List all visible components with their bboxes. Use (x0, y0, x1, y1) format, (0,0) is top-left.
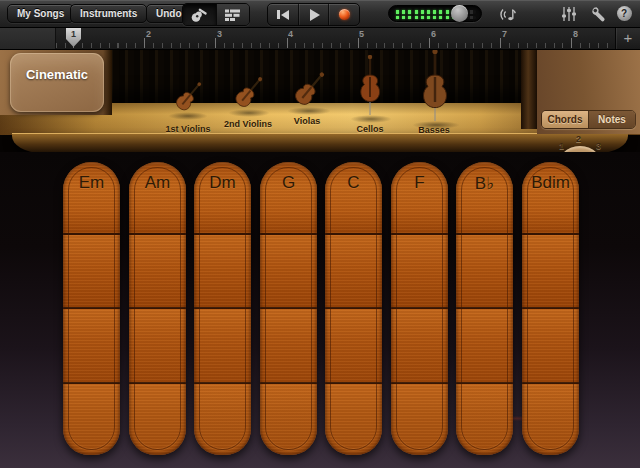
chord-strip-dm[interactable]: Dm (194, 162, 251, 455)
ruler-major-ticks (55, 38, 615, 48)
chord-strip-segment[interactable] (456, 233, 513, 307)
tracks-icon (224, 8, 242, 22)
timeline-ruler[interactable]: 1 2 3 4 5 6 7 8 + (0, 27, 640, 50)
notes-toggle-button[interactable]: Notes (588, 111, 635, 128)
chord-strip-bdim[interactable]: Bdim (522, 162, 579, 455)
mixer-icon (560, 5, 578, 23)
double-bass-icon (413, 49, 457, 129)
chord-strip-segment[interactable] (522, 382, 579, 455)
chord-strip-segment[interactable] (129, 233, 186, 307)
guitar-icon (189, 7, 209, 23)
instrument-name-card[interactable]: Cinematic (10, 53, 104, 112)
autoplay-position-2: 2 (576, 134, 581, 144)
chord-label: F (391, 173, 448, 193)
chord-label: C (325, 173, 382, 193)
garageband-smart-strings-screen: My Songs Instruments Undo (0, 0, 640, 468)
go-to-beginning-button[interactable] (268, 4, 298, 25)
play-button[interactable] (298, 4, 329, 25)
section-cellos[interactable] (352, 55, 388, 125)
chord-label: G (260, 173, 317, 193)
chord-strip-segment[interactable] (325, 307, 382, 382)
measure-number: 3 (217, 29, 222, 39)
measure-number: 4 (288, 29, 293, 39)
chord-strip-segment[interactable] (522, 233, 579, 307)
section-violas[interactable] (288, 70, 325, 120)
chord-strip-segment[interactable] (391, 382, 448, 455)
chord-strip-segment[interactable] (325, 233, 382, 307)
autoplay-position-1: 1 (559, 141, 564, 151)
chords-toggle-button[interactable]: Chords (542, 111, 588, 128)
my-songs-button[interactable]: My Songs (7, 4, 74, 23)
chord-strip-c[interactable]: C (325, 162, 382, 455)
add-bars-button[interactable]: + (615, 27, 640, 49)
play-icon (310, 9, 320, 21)
transport-controls (267, 3, 360, 26)
chord-strip-segment[interactable] (456, 307, 513, 382)
chord-strip-f[interactable]: F (391, 162, 448, 455)
view-segmented-control (182, 3, 250, 26)
measure-number: 7 (502, 29, 507, 39)
tracks-view-button[interactable] (216, 4, 250, 25)
chord-strip-segment[interactable] (194, 382, 251, 455)
toolbar: My Songs Instruments Undo (0, 0, 640, 28)
master-volume-slider[interactable] (388, 5, 482, 22)
chord-label: Em (63, 173, 120, 193)
stage-apron (12, 133, 628, 153)
chord-strip-segment[interactable] (129, 307, 186, 382)
chord-strip-segment[interactable] (456, 382, 513, 455)
volume-knob[interactable] (451, 5, 468, 22)
cello-icon (352, 55, 388, 121)
chord-strip-segment[interactable] (325, 382, 382, 455)
section-2nd-violins[interactable] (229, 75, 263, 121)
instrument-view-button[interactable] (183, 4, 216, 25)
chord-strip-segment[interactable] (194, 307, 251, 382)
measure-number: 6 (431, 29, 436, 39)
wrench-icon (590, 5, 608, 23)
chord-strip-am[interactable]: Am (129, 162, 186, 455)
measure-number: 2 (146, 29, 151, 39)
record-button[interactable] (328, 4, 359, 25)
chord-strip-segment[interactable] (260, 382, 317, 455)
chord-strip-em[interactable]: Em (63, 162, 120, 455)
viola-icon (288, 70, 325, 116)
track-controls-button[interactable] (559, 4, 579, 23)
measure-number: 5 (359, 29, 364, 39)
loop-browser-icon (499, 5, 518, 23)
stage-right-post (521, 49, 537, 129)
chord-label: Bdim (522, 173, 579, 193)
help-button[interactable]: ? (614, 4, 634, 23)
section-basses[interactable] (413, 49, 457, 133)
measure-number: 8 (573, 29, 578, 39)
instrument-name: Cinematic (26, 67, 88, 82)
settings-button[interactable] (589, 4, 609, 23)
chord-strip-segment[interactable] (391, 307, 448, 382)
chord-strip-g[interactable]: G (260, 162, 317, 455)
chords-notes-toggle: Chords Notes (541, 110, 636, 129)
stage: Cinematic (0, 49, 640, 152)
chord-strip-segment[interactable] (63, 382, 120, 455)
chord-label: Am (129, 173, 186, 193)
chord-strip-segment[interactable] (260, 233, 317, 307)
chord-strip-segment[interactable] (63, 233, 120, 307)
violin-icon (170, 80, 202, 120)
chord-strip-segment[interactable] (260, 307, 317, 382)
autoplay-position-3: 3 (596, 141, 601, 151)
chord-label: Dm (194, 173, 251, 193)
measure-number: 1 (71, 29, 76, 39)
chord-strip-segment[interactable] (391, 233, 448, 307)
section-1st-violins[interactable] (170, 80, 202, 124)
chord-strip-segment[interactable] (194, 233, 251, 307)
help-icon: ? (617, 6, 632, 21)
loop-browser-button[interactable] (498, 4, 518, 23)
ruler-left-pad (0, 27, 56, 49)
chord-strip-bflat[interactable]: B♭ (456, 162, 513, 455)
section-label: Basses (392, 125, 476, 135)
instruments-button[interactable]: Instruments (70, 4, 147, 23)
record-icon (339, 9, 350, 20)
violin-icon (229, 75, 263, 117)
chord-strip-segment[interactable] (63, 307, 120, 382)
skip-to-start-icon (277, 10, 289, 20)
chord-strip-segment[interactable] (522, 307, 579, 382)
chord-label: B♭ (456, 173, 513, 194)
chord-strip-segment[interactable] (129, 382, 186, 455)
